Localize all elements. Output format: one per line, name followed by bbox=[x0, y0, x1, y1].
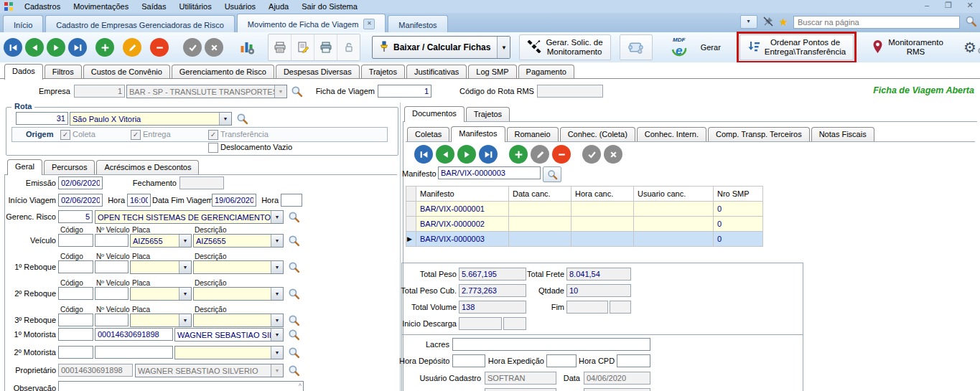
table-row[interactable]: BAR/VIX-0000002 0 bbox=[406, 217, 763, 232]
motorista1-combo-arrow[interactable]: ▼ bbox=[271, 329, 283, 341]
menu-utilitarios[interactable]: Utilitários bbox=[172, 1, 218, 12]
subtab-gerenciamento-risco[interactable]: Gerenciamento de Risco bbox=[172, 65, 274, 79]
tab-coletas[interactable]: Coletas bbox=[407, 127, 449, 141]
reboque1-search-icon[interactable] bbox=[287, 260, 300, 273]
lacres-field[interactable] bbox=[452, 338, 650, 351]
reboque1-descricao-combo[interactable]: ▼ bbox=[193, 260, 284, 274]
table-row[interactable]: BAR/VIX-0000001 0 bbox=[406, 202, 763, 217]
veiculo-nveiculo-field[interactable] bbox=[95, 234, 129, 247]
manifest-nav-next-button[interactable] bbox=[457, 145, 476, 164]
gerenc-risco-search-icon[interactable] bbox=[287, 210, 300, 223]
reboque2-nveiculo-field[interactable] bbox=[95, 287, 129, 300]
tab-manifestos-inner[interactable]: Manifestos bbox=[451, 126, 505, 142]
nav-prev-button[interactable] bbox=[25, 38, 44, 57]
reboque2-search-icon[interactable] bbox=[287, 287, 300, 300]
app-icon[interactable] bbox=[4, 1, 15, 11]
motorista1-search-icon[interactable] bbox=[287, 328, 300, 341]
nav-last-button[interactable] bbox=[68, 38, 87, 57]
rota-code-field[interactable] bbox=[16, 112, 68, 125]
subtab-filtros[interactable]: Filtros bbox=[45, 65, 82, 79]
subtab-dados[interactable]: Dados bbox=[4, 64, 43, 80]
tab-movimento-ficha-viagem[interactable]: Movimento de Ficha de Viagem ✕ bbox=[237, 14, 386, 32]
mdfe-gerar-button[interactable]: MDFe Gerar bbox=[661, 35, 725, 60]
baixar-dropdown[interactable]: ▼ bbox=[497, 37, 510, 58]
hora-expedicao-field[interactable] bbox=[546, 354, 577, 367]
hora-deposito-field[interactable] bbox=[452, 354, 485, 367]
gerar-solic-monitoramento-button[interactable]: Gerar. Solic. deMonitoramento bbox=[519, 34, 610, 60]
motorista2-search-icon[interactable] bbox=[287, 346, 300, 359]
reboque2-descricao-combo[interactable]: ▼ bbox=[193, 287, 284, 301]
tab-romaneio[interactable]: Romaneio bbox=[507, 127, 559, 141]
rota-search-icon[interactable] bbox=[235, 112, 248, 125]
nav-first-button[interactable] bbox=[4, 38, 22, 57]
motorista2-doc-field[interactable] bbox=[95, 346, 173, 359]
monitoramento-rms-button[interactable]: MonitoramentoRMS bbox=[868, 38, 948, 57]
print-button[interactable] bbox=[269, 34, 291, 60]
reboque2-codigo-field[interactable] bbox=[58, 287, 93, 300]
manifest-nav-first-button[interactable] bbox=[414, 145, 433, 164]
unpin-icon[interactable] bbox=[762, 16, 774, 29]
reboque3-placa-combo[interactable]: ▼ bbox=[130, 314, 192, 327]
tab-close-icon[interactable]: ✕ bbox=[363, 19, 375, 29]
tab-documentos[interactable]: Documentos bbox=[404, 106, 465, 122]
hora-inicio-field[interactable] bbox=[127, 194, 151, 207]
reboque2-placa-combo[interactable]: ▼ bbox=[130, 287, 192, 301]
veiculo-search-icon[interactable] bbox=[287, 234, 300, 247]
tab-conhec-coleta[interactable]: Conhec. (Coleta) bbox=[560, 127, 635, 141]
nav-next-button[interactable] bbox=[47, 38, 65, 57]
delete-button[interactable] bbox=[150, 38, 169, 57]
manifesto-search-button[interactable] bbox=[543, 166, 561, 182]
ficha-viagem-field[interactable] bbox=[378, 85, 431, 98]
veiculo-placa-combo[interactable]: AIZ5655▼ bbox=[130, 234, 192, 248]
tab-percursos[interactable]: Percursos bbox=[44, 160, 95, 174]
tab-inicio[interactable]: Início bbox=[3, 15, 43, 32]
menu-movimentacoes[interactable]: Movimentações bbox=[67, 1, 135, 12]
search-icon[interactable] bbox=[965, 15, 977, 29]
ciot-frota-propria-button[interactable]: ⚙⚙ CIOT FrotaPrópria bbox=[959, 37, 980, 57]
baixar-calcular-fichas-button[interactable]: Baixar / Calcular Fichas ▼ bbox=[372, 36, 510, 59]
menu-usuarios[interactable]: Usuários bbox=[218, 1, 262, 12]
favorites-star-icon[interactable]: ★ bbox=[779, 17, 788, 27]
tab-geral[interactable]: Geral bbox=[7, 159, 42, 175]
reboque3-descricao-arrow[interactable]: ▼ bbox=[271, 314, 283, 326]
data-fim-viagem-field[interactable] bbox=[212, 194, 256, 207]
reboque1-placa-combo[interactable]: ▼ bbox=[130, 260, 192, 274]
subtab-log-smp[interactable]: Log SMP bbox=[468, 65, 516, 79]
cancel-button[interactable] bbox=[205, 38, 223, 57]
scroll-up-icon[interactable]: ^ bbox=[299, 382, 302, 390]
rota-combo-arrow[interactable]: ▼ bbox=[219, 113, 231, 125]
restore-button[interactable]: ❐ bbox=[941, 1, 956, 10]
tab-trajetos-doc[interactable]: Trajetos bbox=[466, 107, 510, 121]
tab-cadastro-empresas-gerenciadoras[interactable]: Cadastro de Empresas Gerenciadoras de Ri… bbox=[45, 15, 235, 32]
reboque2-placa-arrow[interactable]: ▼ bbox=[179, 288, 191, 300]
manifest-add-button[interactable] bbox=[509, 145, 528, 164]
hora-cpd-field[interactable] bbox=[617, 354, 650, 367]
gerenc-risco-code-field[interactable] bbox=[58, 210, 93, 223]
reboque3-codigo-field[interactable] bbox=[58, 314, 93, 326]
subtab-despesas-diversas[interactable]: Despesas Diversas bbox=[276, 65, 360, 79]
chart-button[interactable] bbox=[238, 39, 256, 55]
motorista2-combo[interactable]: ▼ bbox=[174, 346, 284, 359]
reboque3-nveiculo-field[interactable] bbox=[95, 314, 129, 326]
proprietario-search-icon[interactable] bbox=[287, 364, 300, 377]
reboque1-placa-arrow[interactable]: ▼ bbox=[179, 261, 191, 273]
reboque3-placa-arrow[interactable]: ▼ bbox=[179, 314, 191, 326]
tab-acrescimos-descontos[interactable]: Acréscimos e Descontos bbox=[96, 160, 199, 174]
veiculo-placa-arrow[interactable]: ▼ bbox=[179, 235, 191, 247]
subtab-trajetos[interactable]: Trajetos bbox=[361, 65, 405, 79]
ordenar-pontos-button[interactable]: Ordenar Pontos deEntrega\Transferência bbox=[739, 34, 854, 60]
baixar-main[interactable]: Baixar / Calcular Fichas bbox=[373, 37, 497, 58]
reboque2-descricao-arrow[interactable]: ▼ bbox=[271, 288, 283, 300]
reboque3-search-icon[interactable] bbox=[287, 314, 300, 326]
subtab-pagamento[interactable]: Pagamento bbox=[518, 65, 574, 79]
close-button[interactable]: ✕ bbox=[963, 1, 977, 10]
menu-saidas[interactable]: Saídas bbox=[135, 1, 172, 12]
subtab-justificativas[interactable]: Justificativas bbox=[406, 65, 467, 79]
search-input[interactable] bbox=[793, 16, 960, 29]
veiculo-codigo-field[interactable] bbox=[58, 234, 93, 247]
observacao-textarea[interactable]: ^ bbox=[58, 381, 304, 391]
empresa-search-icon[interactable] bbox=[290, 85, 303, 98]
tab-list-dropdown[interactable]: ▾ bbox=[740, 15, 757, 29]
reboque1-nveiculo-field[interactable] bbox=[95, 260, 129, 273]
manifest-edit-button[interactable] bbox=[531, 145, 549, 164]
